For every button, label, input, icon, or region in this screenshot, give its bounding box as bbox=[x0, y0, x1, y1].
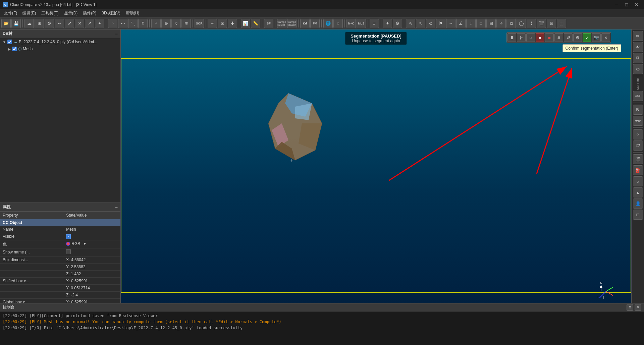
menu-plugins[interactable]: 插件(P) bbox=[80, 10, 99, 17]
rs-btn-m2c2[interactable]: M²C² bbox=[633, 116, 643, 126]
save-button[interactable]: 💾 bbox=[11, 19, 21, 28]
minimize-button[interactable]: ─ bbox=[612, 0, 621, 9]
prop-val-visible[interactable]: ✓ bbox=[63, 233, 120, 240]
seg-stop-button[interactable]: ● bbox=[536, 33, 544, 42]
rs-btn-shield[interactable]: 🛡 bbox=[633, 140, 643, 151]
measure-button[interactable]: 📏 bbox=[251, 19, 260, 28]
menu-tools[interactable]: 工具类(T) bbox=[39, 10, 61, 17]
rs-btn-dots[interactable]: ⁘ bbox=[633, 129, 643, 139]
rs-btn-settings[interactable]: ⚙ bbox=[633, 64, 643, 74]
rs-btn-csf[interactable]: CSF bbox=[633, 91, 643, 101]
layer-button[interactable]: ⧉ bbox=[506, 19, 516, 28]
rs-btn-edit[interactable]: ✏ bbox=[633, 31, 643, 41]
height-button[interactable]: ↕ bbox=[466, 19, 476, 28]
extra2-button[interactable]: ⬚ bbox=[557, 19, 566, 28]
grid-button[interactable]: ⊞ bbox=[35, 19, 44, 28]
seg-square-button[interactable]: ■ bbox=[545, 33, 554, 42]
menu-3dview[interactable]: 3D视图(V) bbox=[99, 10, 123, 17]
globe-button[interactable]: 🌐 bbox=[323, 19, 333, 28]
flag-button[interactable]: ⚑ bbox=[436, 19, 445, 28]
showname-checkbox[interactable] bbox=[66, 249, 71, 254]
ellipse-button[interactable]: ◯ bbox=[517, 19, 526, 28]
rs-btn-n[interactable]: N bbox=[633, 105, 643, 115]
fork-button[interactable]: ⑂ bbox=[151, 19, 161, 28]
tree-mesh-checkbox[interactable] bbox=[12, 47, 17, 51]
ruler-button[interactable]: ↔ bbox=[446, 19, 455, 28]
menu-view[interactable]: 显示(D) bbox=[61, 10, 80, 17]
scatter-button[interactable]: ⁘ bbox=[108, 19, 117, 28]
viewport-3d[interactable]: Segmentation [PAUSED] Unpause to segment… bbox=[121, 30, 631, 303]
properties-collapse[interactable]: − bbox=[115, 205, 118, 210]
orient-button[interactable]: ⊕ bbox=[161, 19, 171, 28]
tree-file-checkbox[interactable] bbox=[7, 40, 12, 44]
menu-help[interactable]: 帮助(H) bbox=[123, 10, 142, 17]
prop-val-color[interactable]: RGB ▼ bbox=[63, 240, 120, 248]
rs-btn-layers[interactable]: ⧉ bbox=[633, 53, 643, 63]
crop-button[interactable]: ⊡ bbox=[218, 19, 227, 28]
fm-button[interactable]: FM bbox=[310, 19, 320, 28]
seg-hash-button[interactable]: # bbox=[554, 33, 563, 42]
prop-val-showname[interactable] bbox=[63, 248, 120, 256]
menu-edit[interactable]: 编辑(E) bbox=[20, 10, 39, 17]
hash-button[interactable]: # bbox=[370, 19, 379, 28]
plus-button[interactable]: ✦ bbox=[95, 19, 104, 28]
star-button[interactable]: ✦ bbox=[383, 19, 392, 28]
chart-button[interactable]: 📊 bbox=[241, 19, 250, 28]
gear2-button[interactable]: ⚙ bbox=[393, 19, 402, 28]
kd-button[interactable]: Kd bbox=[300, 19, 310, 28]
merge-button[interactable]: ⤢ bbox=[65, 19, 74, 28]
db-tree-collapse[interactable]: − bbox=[115, 31, 118, 37]
seg-reload-button[interactable]: ↺ bbox=[564, 33, 573, 42]
visible-checkbox[interactable]: ✓ bbox=[66, 234, 71, 239]
rs-btn-trash[interactable]: ⛽ bbox=[633, 165, 643, 175]
mesh-edit-button[interactable]: ⚙ bbox=[45, 19, 54, 28]
close-button[interactable]: ✕ bbox=[632, 0, 641, 9]
transform-button[interactable]: ↔ bbox=[55, 19, 64, 28]
slice-button[interactable]: ⊸ bbox=[208, 19, 217, 28]
rs-btn-film[interactable]: 🎬 bbox=[633, 154, 643, 164]
dots2-button[interactable]: ⋱ bbox=[128, 19, 138, 28]
tree-mesh-item[interactable]: ▶ ⬡ Mesh bbox=[0, 46, 120, 52]
seg-close-button[interactable]: ✕ bbox=[601, 33, 610, 42]
sf-button[interactable]: SF bbox=[264, 19, 273, 28]
noise-button[interactable]: ≋ bbox=[181, 19, 191, 28]
cloud-button[interactable]: ☁ bbox=[24, 19, 34, 28]
extra1-button[interactable]: ⊟ bbox=[547, 19, 556, 28]
campo-button1[interactable]: CampoSelect bbox=[277, 19, 286, 28]
seg-settings-button[interactable]: ⚙ bbox=[573, 33, 582, 42]
seg-pause-button[interactable]: ⏸ bbox=[507, 33, 516, 42]
film-button[interactable]: 🎬 bbox=[537, 19, 546, 28]
magic-button[interactable]: ✧ bbox=[496, 19, 506, 28]
seg-circle-button[interactable]: ○ bbox=[526, 33, 535, 42]
rs-btn-circle[interactable]: ○ bbox=[633, 176, 643, 186]
rs-btn-person[interactable]: 👤 bbox=[633, 198, 643, 209]
seg-confirm-button[interactable]: ✓ bbox=[583, 33, 591, 42]
nc-button[interactable]: N+C bbox=[346, 19, 356, 28]
console-restore[interactable]: ⬆ bbox=[627, 304, 633, 311]
rs-btn-box[interactable]: □ bbox=[633, 210, 643, 220]
seg-mode1-button[interactable]: ⊱ bbox=[517, 33, 526, 42]
dots-button[interactable]: ⋯ bbox=[118, 19, 127, 28]
sor-button[interactable]: SOR bbox=[195, 19, 204, 28]
delete-button[interactable]: ✕ bbox=[75, 19, 84, 28]
arrow-button[interactable]: ↗ bbox=[85, 19, 94, 28]
seg-camera-button[interactable]: 📷 bbox=[592, 33, 601, 42]
prop-val-name[interactable]: Mesh bbox=[63, 226, 120, 233]
rs-btn-eye[interactable]: 👁 bbox=[633, 42, 643, 52]
maximize-button[interactable]: □ bbox=[622, 0, 631, 9]
plane-button[interactable]: ⧬ bbox=[171, 19, 181, 28]
hat-button[interactable]: ⌇ bbox=[527, 19, 536, 28]
menu-file[interactable]: 文件(F) bbox=[1, 10, 20, 17]
box-button[interactable]: □ bbox=[476, 19, 486, 28]
scan-button[interactable]: ⊞ bbox=[486, 19, 496, 28]
angle-button[interactable]: ∠ bbox=[456, 19, 466, 28]
console-close[interactable]: ✕ bbox=[635, 304, 641, 311]
cursor-button[interactable]: ↖ bbox=[416, 19, 425, 28]
cross-button[interactable]: ✚ bbox=[228, 19, 237, 28]
globe2-button[interactable]: ○ bbox=[333, 19, 343, 28]
open-button[interactable]: 📂 bbox=[1, 19, 11, 28]
tree-file-item[interactable]: ▼ ☁ F_2022.7.4_12.2.45_0.ply (C:/Users/A… bbox=[0, 38, 120, 46]
campo-button2[interactable]: CampoClassif bbox=[287, 19, 297, 28]
wave-button[interactable]: ∿ bbox=[406, 19, 415, 28]
rs-btn-hat[interactable]: ▲ bbox=[633, 187, 643, 197]
